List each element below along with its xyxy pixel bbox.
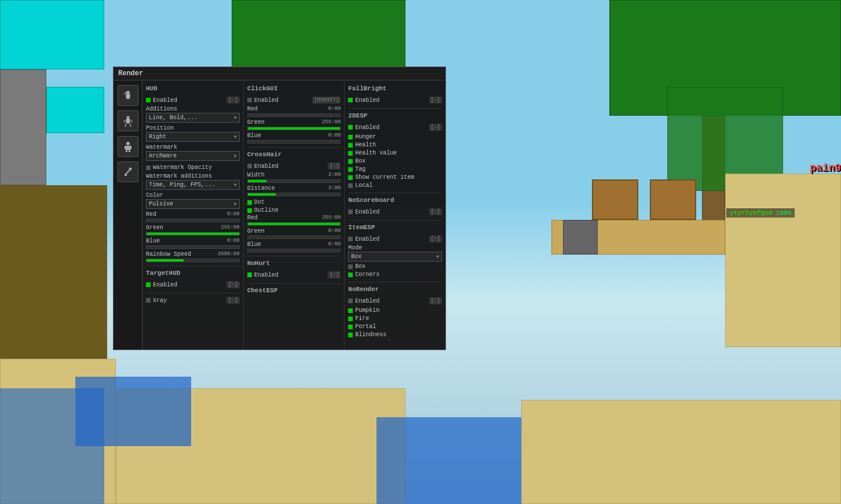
nohurt-enabled-dot <box>247 273 252 277</box>
ch-blue-slider[interactable] <box>247 249 341 252</box>
cg-blue-slider[interactable] <box>247 140 341 144</box>
ch-green-container: Green 0:00 <box>247 228 341 239</box>
mode-corners-dot <box>348 273 353 277</box>
hud-enabled-key[interactable]: [-] <box>226 97 239 104</box>
gui-content: HUD Enabled [-] Additions Line, Bold,...… <box>114 80 445 350</box>
show-current-item-row[interactable]: Show current item <box>348 174 442 181</box>
rainbow-speed-label: Rainbow Speed <box>146 251 191 257</box>
itemesp-key[interactable]: [-] <box>429 236 442 242</box>
outline-dot <box>247 208 252 213</box>
mode-corners-label: Corners <box>355 271 379 278</box>
itemesp-enabled-dot <box>348 237 353 241</box>
hud-enabled-row[interactable]: Enabled [-] <box>146 95 240 105</box>
fullbright-enabled-row[interactable]: Enabled [-] <box>348 95 442 105</box>
ch-green-slider[interactable] <box>247 236 341 239</box>
outline-row[interactable]: Outline <box>247 207 341 214</box>
additions-dropdown[interactable]: Line, Bold,... ▼ <box>146 113 240 123</box>
portal-label: Portal <box>355 323 376 330</box>
norender-enabled-label: Enabled <box>355 298 379 304</box>
position-label: Position <box>146 125 240 131</box>
box-row[interactable]: Box <box>348 157 442 165</box>
position-dropdown[interactable]: Right ▼ <box>146 132 240 142</box>
watermark-opacity-row[interactable]: Watermark Opacity <box>146 163 240 172</box>
additions-label: Additions <box>146 106 240 112</box>
sidebar-icon-movement[interactable] <box>118 111 138 131</box>
green-slider[interactable] <box>146 232 240 236</box>
watermark-opacity-dot <box>146 165 151 170</box>
sidebar-icon-player[interactable] <box>118 136 138 157</box>
green-label: Green <box>146 225 163 231</box>
health-row[interactable]: Health <box>348 141 442 149</box>
column-clickgui: ClickGUI Enabled [RSHIFT] Red 0:00 <box>244 80 345 350</box>
svg-rect-4 <box>126 146 130 150</box>
width-slider[interactable] <box>247 179 341 183</box>
crosshair-enabled-row[interactable]: Enabled [-] <box>247 161 341 171</box>
rainbow-speed-container: Rainbow Speed 3500:00 <box>146 251 240 262</box>
xray-enabled-row[interactable]: Xray [-] <box>146 296 240 305</box>
watermark-additions-dropdown[interactable]: Time, Ping, FPS,... ▼ <box>146 180 240 190</box>
blue-slider[interactable] <box>146 245 240 249</box>
clickgui-header: ClickGUI <box>247 84 341 94</box>
color-dropdown[interactable]: Pulsive ▼ <box>146 199 240 209</box>
mode-box-label: Box <box>355 263 365 270</box>
norender-header: NoRender <box>348 285 442 295</box>
mode-dropdown[interactable]: Box ▼ <box>348 252 442 262</box>
norender-key[interactable]: [-] <box>429 297 442 304</box>
cg-red-slider[interactable] <box>247 113 341 117</box>
clickgui-enabled-row[interactable]: Enabled [RSHIFT] <box>247 95 341 105</box>
targethud-key[interactable]: [-] <box>226 281 239 288</box>
cg-green-slider[interactable] <box>247 127 341 130</box>
cg-red-value: 0:00 <box>328 106 341 113</box>
sidebar-icon-misc[interactable] <box>118 161 138 182</box>
watermark-dropdown[interactable]: ArchWare ▼ <box>146 151 240 161</box>
fire-row[interactable]: Fire <box>348 315 442 322</box>
blindness-dot <box>348 333 353 337</box>
blindness-label: Blindness <box>355 332 386 338</box>
sidebar-icon-combat[interactable] <box>118 85 138 106</box>
width-value: 2:00 <box>328 172 341 179</box>
norender-enabled-row[interactable]: Enabled [-] <box>348 296 442 306</box>
xray-key[interactable]: [-] <box>226 297 239 304</box>
svg-rect-5 <box>125 146 126 149</box>
itemesp-subsection: ItemESP Enabled [-] Mode Box ▼ <box>348 220 442 278</box>
itemesp-enabled-row[interactable]: Enabled [-] <box>348 234 442 244</box>
health-value-row[interactable]: Health value <box>348 149 442 157</box>
noscoreboard-enabled-row[interactable]: Enabled [-] <box>348 207 442 216</box>
norender-enabled-dot <box>348 299 353 303</box>
rainbow-speed-slider[interactable] <box>146 259 240 262</box>
dot-row[interactable]: Dot <box>247 198 341 206</box>
fullbright-key[interactable]: [-] <box>429 97 442 104</box>
hunger-row[interactable]: Hunger <box>348 133 442 141</box>
targethud-enabled-row[interactable]: Enabled [-] <box>146 280 240 289</box>
health-label: Health <box>355 142 376 148</box>
tag-row[interactable]: Tag <box>348 165 442 173</box>
local-row[interactable]: Local <box>348 182 442 189</box>
nohurt-enabled-label: Enabled <box>254 272 279 278</box>
distance-slider[interactable] <box>247 193 341 196</box>
ch-red-value: 255:00 <box>322 215 341 222</box>
nohurt-key[interactable]: [-] <box>328 271 341 278</box>
hud-overlay: ytyrtyefgsd 100% <box>726 208 795 218</box>
portal-dot <box>348 325 353 329</box>
nohurt-enabled-row[interactable]: Enabled [-] <box>247 270 341 279</box>
twodesp-enabled-row[interactable]: Enabled [-] <box>348 123 442 132</box>
mode-box-row[interactable]: Box <box>348 263 442 270</box>
distance-value: 3:00 <box>328 185 341 192</box>
additions-arrow: ▼ <box>234 115 237 120</box>
red-slider[interactable] <box>146 219 240 222</box>
ch-red-slider[interactable] <box>247 222 341 226</box>
blindness-row[interactable]: Blindness <box>348 331 442 339</box>
twodesp-key[interactable]: [-] <box>429 124 442 131</box>
crosshair-key[interactable]: [-] <box>328 163 341 170</box>
portal-row[interactable]: Portal <box>348 323 442 330</box>
pumpkin-dot <box>348 308 353 313</box>
pumpkin-row[interactable]: Pumpkin <box>348 307 442 314</box>
itemesp-enabled-label: Enabled <box>355 236 379 242</box>
noscoreboard-key[interactable]: [-] <box>429 208 442 215</box>
clickgui-key[interactable]: [RSHIFT] <box>312 97 341 104</box>
twodesp-enabled-label: Enabled <box>355 124 379 131</box>
mode-corners-row[interactable]: Corners <box>348 271 442 278</box>
cg-blue-value: 0:00 <box>328 133 341 139</box>
svg-point-2 <box>126 116 129 119</box>
ch-blue-value: 0:00 <box>328 241 341 248</box>
